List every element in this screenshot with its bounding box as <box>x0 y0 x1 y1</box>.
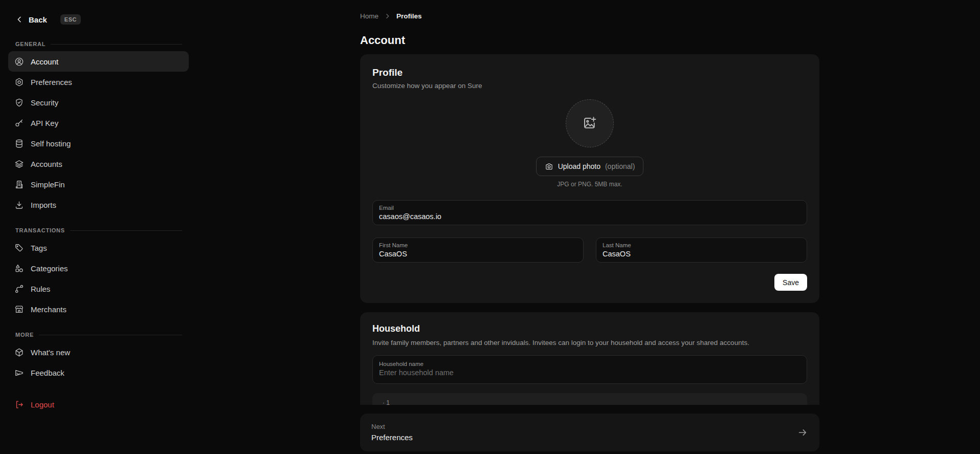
page-title: Account <box>360 33 819 48</box>
shield-check-icon <box>14 98 24 107</box>
sidebar-item-feedback[interactable]: Feedback <box>8 362 189 383</box>
layers-icon <box>14 159 24 169</box>
sidebar-item-label: Categories <box>31 264 68 273</box>
image-plus-icon <box>582 116 597 131</box>
upload-hint: JPG or PNG. 5MB max. <box>372 180 807 188</box>
household-member-row-text: · 1 <box>383 399 390 405</box>
key-icon <box>14 118 24 128</box>
household-member-row[interactable]: · 1 <box>372 393 807 405</box>
breadcrumb-current: Profiles <box>396 12 422 20</box>
sidebar-item-label: Accounts <box>31 160 62 168</box>
household-name-field[interactable]: Household name <box>372 355 807 384</box>
sidebar-item-label: What's new <box>31 348 70 357</box>
sidebar-item-label: Imports <box>31 201 56 209</box>
sidebar-item-self-hosting[interactable]: Self hosting <box>8 133 189 154</box>
sidebar-item-label: SimpleFin <box>31 180 65 189</box>
sidebar-item-label: Self hosting <box>31 139 71 148</box>
sidebar-item-simplefin[interactable]: SimpleFin <box>8 174 189 194</box>
download-icon <box>14 200 24 210</box>
upload-photo-button[interactable]: Upload photo (optional) <box>536 157 644 176</box>
section-divider <box>51 44 182 45</box>
sidebar-item-categories[interactable]: Categories <box>8 258 189 278</box>
database-icon <box>14 139 24 148</box>
section-label: MORE <box>15 332 34 338</box>
shapes-icon <box>14 264 24 273</box>
tag-icon <box>14 243 24 253</box>
email-field[interactable]: Email <box>372 200 807 225</box>
last-name-input[interactable] <box>603 249 800 258</box>
first-name-input[interactable] <box>379 249 577 258</box>
sidebar-item-label: Feedback <box>31 369 64 377</box>
last-name-label: Last Name <box>603 242 800 249</box>
bank-building-icon <box>14 180 24 189</box>
breadcrumb: Home Profiles <box>360 11 819 20</box>
sidebar-item-label: Security <box>31 98 58 107</box>
sidebar-item-preferences[interactable]: Preferences <box>8 72 189 92</box>
settings-icon <box>14 77 24 87</box>
megaphone-icon <box>14 368 24 378</box>
sidebar-item-label: Merchants <box>31 305 66 314</box>
sidebar-item-label: Preferences <box>31 78 72 87</box>
sidebar-item-accounts[interactable]: Accounts <box>8 154 189 174</box>
main-content: Home Profiles Account Profile Customize … <box>189 0 980 454</box>
email-field-label: Email <box>379 204 800 211</box>
breadcrumb-home-link[interactable]: Home <box>360 12 378 20</box>
section-divider <box>39 335 182 335</box>
next-label: Next <box>371 422 413 431</box>
last-name-field[interactable]: Last Name <box>596 237 807 263</box>
user-circle-icon <box>14 57 24 67</box>
app-window: Back ESC GENERAL Account Preferences Sec… <box>0 0 980 454</box>
sidebar-item-label: Rules <box>31 285 50 293</box>
arrow-right-icon <box>797 427 808 438</box>
section-label: GENERAL <box>15 41 46 47</box>
logout-icon <box>14 400 24 409</box>
sidebar-item-imports[interactable]: Imports <box>8 194 189 215</box>
logout-label: Logout <box>31 400 54 409</box>
section-divider <box>70 230 182 231</box>
store-icon <box>14 305 24 314</box>
section-general: GENERAL <box>15 40 182 48</box>
sidebar-item-rules[interactable]: Rules <box>8 278 189 299</box>
first-name-field[interactable]: First Name <box>372 237 584 263</box>
chevron-right-icon <box>384 13 391 19</box>
chevron-left-icon <box>15 15 24 24</box>
household-card-description: Invite family members, partners and othe… <box>372 338 807 348</box>
profile-card: Profile Customize how you appear on Sure <box>360 54 819 303</box>
household-card: Household Invite family members, partner… <box>360 312 819 405</box>
package-icon <box>14 348 24 357</box>
first-name-label: First Name <box>379 242 577 249</box>
sidebar-item-whats-new[interactable]: What's new <box>8 342 189 362</box>
back-label: Back <box>29 15 47 24</box>
profile-card-title: Profile <box>372 67 807 79</box>
profile-card-subtitle: Customize how you appear on Sure <box>372 81 807 91</box>
back-button[interactable]: Back ESC <box>8 12 189 27</box>
household-name-input[interactable] <box>379 367 800 377</box>
next-page-card[interactable]: Next Preferences <box>360 414 819 451</box>
sidebar-item-label: Tags <box>31 244 47 252</box>
sidebar-item-merchants[interactable]: Merchants <box>8 299 189 319</box>
avatar-upload-placeholder[interactable] <box>566 99 614 147</box>
section-more: MORE <box>15 331 182 339</box>
sidebar-item-label: Account <box>31 57 58 66</box>
household-name-label: Household name <box>379 360 800 367</box>
sidebar-item-tags[interactable]: Tags <box>8 237 189 258</box>
section-transactions: TRANSACTIONS <box>15 226 182 234</box>
settings-sidebar: Back ESC GENERAL Account Preferences Sec… <box>0 0 189 454</box>
upload-optional-label: (optional) <box>605 162 635 170</box>
household-card-title: Household <box>372 322 807 335</box>
esc-badge: ESC <box>60 14 81 25</box>
sidebar-item-api-key[interactable]: API Key <box>8 113 189 133</box>
branch-icon <box>14 284 24 294</box>
sidebar-item-label: API Key <box>31 119 58 127</box>
next-target: Preferences <box>371 433 413 443</box>
sidebar-item-account[interactable]: Account <box>8 51 189 72</box>
sidebar-item-security[interactable]: Security <box>8 92 189 113</box>
section-label: TRANSACTIONS <box>15 227 65 233</box>
logout-button[interactable]: Logout <box>8 394 189 415</box>
email-input[interactable] <box>379 211 800 221</box>
save-button[interactable]: Save <box>774 274 807 291</box>
upload-photo-label: Upload photo <box>558 162 600 170</box>
camera-icon <box>545 162 553 171</box>
